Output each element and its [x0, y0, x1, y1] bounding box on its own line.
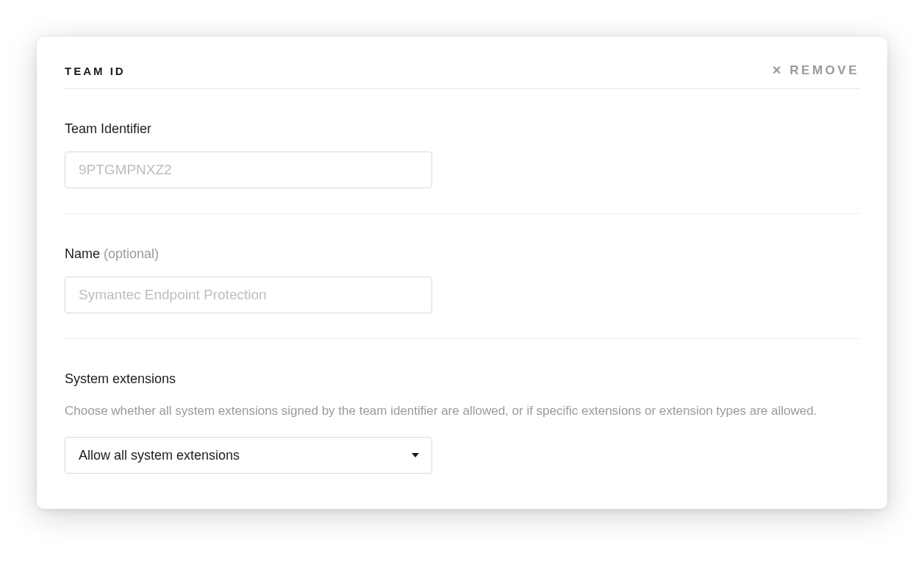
name-section: Name (optional) [65, 214, 859, 339]
system-extensions-select-wrapper: Allow all system extensions [65, 437, 432, 474]
team-id-card: TEAM ID ✕ Remove Team Identifier Name (o… [37, 37, 887, 509]
close-icon: ✕ [772, 65, 784, 76]
name-label-text: Name [65, 246, 104, 261]
system-extensions-select[interactable]: Allow all system extensions [65, 437, 432, 474]
name-optional-text: (optional) [104, 246, 159, 261]
name-input[interactable] [65, 277, 432, 313]
system-extensions-help: Choose whether all system extensions sig… [65, 402, 859, 421]
name-label: Name (optional) [65, 246, 859, 262]
team-identifier-input[interactable] [65, 152, 432, 188]
card-title: TEAM ID [65, 65, 126, 77]
team-identifier-section: Team Identifier [65, 89, 859, 214]
remove-button[interactable]: ✕ Remove [772, 63, 859, 78]
system-extensions-section: System extensions Choose whether all sys… [65, 339, 859, 474]
card-header: TEAM ID ✕ Remove [65, 63, 859, 89]
remove-button-label: Remove [789, 63, 859, 78]
system-extensions-label: System extensions [65, 371, 859, 387]
team-identifier-label: Team Identifier [65, 121, 859, 137]
